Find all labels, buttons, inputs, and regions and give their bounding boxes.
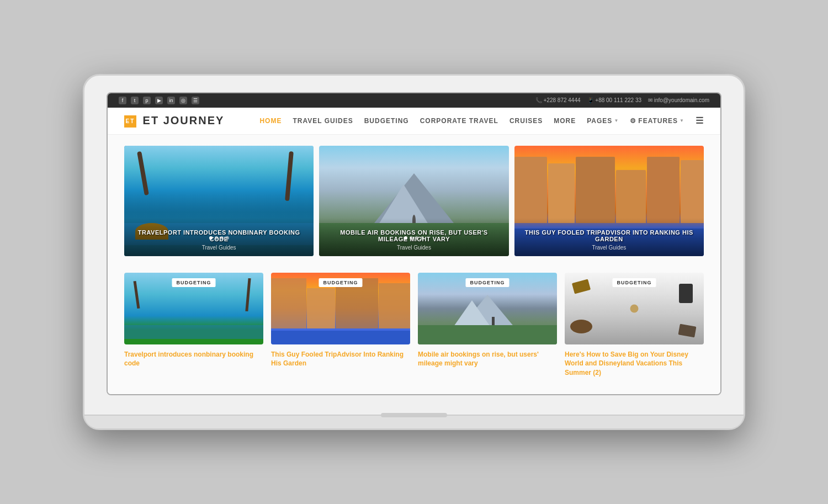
dot-4 [226,236,229,240]
blog-card-4-badge: BUDGETING [613,278,656,287]
nav-budgeting[interactable]: BUDGETING [364,117,409,125]
blog-card-1-img-wrap: BUDGETING [124,273,263,344]
features-dropdown-arrow: ▼ [680,118,684,123]
featured-card-1-title: TRAVELPORT INTRODUCES NONBINARY BOOKING … [131,229,307,242]
blog-card-2-badge: BUDGETING [319,278,363,287]
featured-card-1[interactable]: TRAVELPORT INTRODUCES NONBINARY BOOKING … [124,146,314,256]
blog-card-2-img-wrap: BUDGETING [271,273,410,344]
blog-card-3-badge: BUDGETING [466,278,509,287]
facebook-icon[interactable]: f [119,97,126,104]
nav-more[interactable]: MORE [554,117,576,125]
laptop-notch [381,413,447,417]
logo[interactable]: ET ET JOURNEY [124,114,224,128]
nav-corporate-travel[interactable]: CORPORATE TRAVEL [420,117,498,125]
dot-4 [421,236,424,240]
logo-text: ET JOURNEY [143,114,225,126]
card-1-dots [209,236,229,240]
social-icons-group: f t p ▶ in ◎ ☰ [119,97,199,104]
nav-travel-guides[interactable]: TRAVEL GUIDES [293,117,353,125]
pages-dropdown-arrow: ▼ [614,118,619,123]
laptop-base [84,415,744,428]
featured-card-2-category: Travel Guides [326,245,502,251]
featured-card-2-title: MOBILE AIR BOOKINGS ON RISE, BUT USER'S … [326,229,502,242]
nav-features[interactable]: ⚙ FEATURES ▼ [630,117,684,125]
featured-card-3[interactable]: THIS GUY FOOLED TRIPADVISOR INTO RANKING… [514,146,704,256]
blog-card-2[interactable]: BUDGETING This Guy Fooled TripAdvisor In… [271,273,410,378]
dot-1 [209,236,213,240]
hamburger-menu[interactable]: ☰ [696,115,704,126]
linkedin-icon[interactable]: in [167,97,175,104]
twitter-icon[interactable]: t [131,97,139,104]
featured-card-3-overlay: THIS GUY FOOLED TRIPADVISOR INTO RANKING… [514,218,704,256]
pinterest-icon[interactable]: p [143,97,151,104]
featured-card-2-overlay: MOBILE AIR BOOKINGS ON RISE, BUT USER'S … [319,218,508,256]
nav-pages[interactable]: PAGES ▼ [587,117,619,125]
instagram-icon[interactable]: ◎ [179,97,187,104]
navbar: ET ET JOURNEY HOME TRAVEL GUIDES BUDGETI… [108,108,720,135]
blog-card-4-img-wrap: BUDGETING [565,273,704,344]
dot-2 [410,236,413,240]
blog-card-1-title: Travelport introduces nonbinary booking … [124,350,263,369]
featured-row: TRAVELPORT INTRODUCES NONBINARY BOOKING … [124,146,704,256]
blog-card-4-title: Here's How to Save Big on Your Disney Wo… [565,350,704,378]
featured-card-1-category: Travel Guides [131,245,307,251]
email: ✉ info@yourdomain.com [648,97,709,103]
dot-1 [404,236,407,240]
nav-links: HOME TRAVEL GUIDES BUDGETING CORPORATE T… [259,115,704,126]
featured-card-1-overlay: TRAVELPORT INTRODUCES NONBINARY BOOKING … [124,218,314,256]
youtube-icon[interactable]: ▶ [155,97,163,104]
blog-card-3-img-wrap: BUDGETING [418,273,557,344]
dot-3 [415,236,418,240]
blog-card-2-title: This Guy Fooled TripAdvisor Into Ranking… [271,350,410,369]
contact-info: 📞 +228 872 4444 📱 +88 00 111 222 33 ✉ in… [535,97,709,103]
blog-row: BUDGETING Travelport introduces nonbinar… [124,273,704,378]
dot-2 [215,236,218,240]
logo-icon: ET [124,115,136,128]
main-content: TRAVELPORT INTRODUCES NONBINARY BOOKING … [108,135,720,394]
nav-cruises[interactable]: CRUISES [509,117,543,125]
blog-card-1[interactable]: BUDGETING Travelport introduces nonbinar… [124,273,263,378]
features-gear-icon: ⚙ [630,117,636,125]
featured-card-3-title: THIS GUY FOOLED TRIPADVISOR INTO RANKING… [521,229,697,242]
blog-card-1-badge: BUDGETING [172,278,216,287]
blog-card-3[interactable]: BUDGETING Mobile air bookings on rise, b… [418,273,557,378]
phone1: 📞 +228 872 4444 [535,97,581,103]
rss-icon[interactable]: ☰ [192,97,199,104]
top-bar: f t p ▶ in ◎ ☰ 📞 +228 872 4444 📱 +88 00 … [108,93,720,108]
nav-home[interactable]: HOME [259,117,282,125]
featured-card-2[interactable]: MOBILE AIR BOOKINGS ON RISE, BUT USER'S … [319,146,508,256]
card-2-dots [404,236,424,240]
blog-card-4[interactable]: BUDGETING Here's How to Save Big on Your… [565,273,704,378]
featured-card-3-category: Travel Guides [521,245,697,251]
phone2: 📱 +88 00 111 222 33 [587,97,641,103]
dot-3 [220,236,224,240]
blog-card-3-title: Mobile air bookings on rise, but users' … [418,350,557,369]
